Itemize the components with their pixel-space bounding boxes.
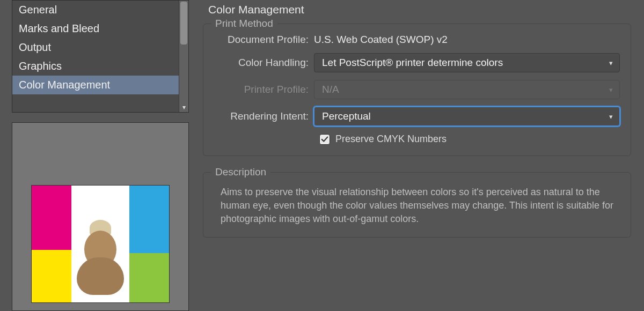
- printer-profile-label: Printer Profile:: [214, 84, 314, 95]
- print-method-group: Print Method Document Profile: U.S. Web …: [203, 24, 631, 156]
- preview-image: [71, 207, 129, 295]
- rendering-intent-select[interactable]: Perceptual ▾: [314, 107, 620, 126]
- sidebar-item-marks-bleed[interactable]: Marks and Bleed: [12, 19, 188, 38]
- description-legend: Description: [211, 166, 270, 178]
- sidebar-item-color-management[interactable]: Color Management: [12, 76, 188, 94]
- color-handling-select[interactable]: Let PostScript® printer determine colors…: [314, 53, 620, 72]
- description-group: Description Aims to preserve the visual …: [203, 172, 631, 238]
- nav-scroll-thumb[interactable]: [180, 2, 187, 45]
- chevron-down-icon: ▾: [182, 103, 186, 111]
- chevron-down-icon: ▾: [609, 113, 613, 121]
- settings-nav-list: General Marks and Bleed Output Graphics …: [12, 0, 189, 113]
- document-profile-label: Document Profile:: [214, 34, 314, 46]
- swatch-magenta: [32, 186, 71, 250]
- swatch-yellow: [32, 250, 71, 303]
- chevron-down-icon: ▾: [609, 86, 613, 94]
- print-method-legend: Print Method: [211, 18, 277, 29]
- sidebar-item-general[interactable]: General: [12, 1, 188, 19]
- document-profile-value: U.S. Web Coated (SWOP) v2: [314, 34, 448, 46]
- nav-scrollbar[interactable]: ▾: [179, 1, 188, 112]
- rendering-intent-value: Perceptual: [322, 110, 371, 122]
- color-handling-value: Let PostScript® printer determine colors: [322, 57, 503, 69]
- swatch-green: [129, 253, 169, 303]
- description-text: Aims to preserve the visual relationship…: [221, 186, 618, 226]
- preserve-cmyk-checkbox[interactable]: [319, 134, 330, 145]
- chevron-down-icon: ▾: [609, 59, 613, 67]
- sidebar-item-output[interactable]: Output: [12, 38, 188, 57]
- color-handling-label: Color Handling:: [214, 57, 314, 69]
- preview-canvas: [31, 185, 170, 303]
- sidebar-item-graphics[interactable]: Graphics: [12, 57, 188, 76]
- preserve-cmyk-label[interactable]: Preserve CMYK Numbers: [335, 134, 447, 145]
- printer-profile-value: N/A: [322, 84, 339, 95]
- print-preview-panel: [12, 122, 189, 311]
- printer-profile-select: N/A ▾: [314, 80, 620, 99]
- rendering-intent-label: Rendering Intent:: [214, 110, 314, 122]
- swatch-cyan: [129, 186, 169, 253]
- nav-scroll-down[interactable]: ▾: [179, 102, 188, 112]
- check-icon: [321, 136, 328, 143]
